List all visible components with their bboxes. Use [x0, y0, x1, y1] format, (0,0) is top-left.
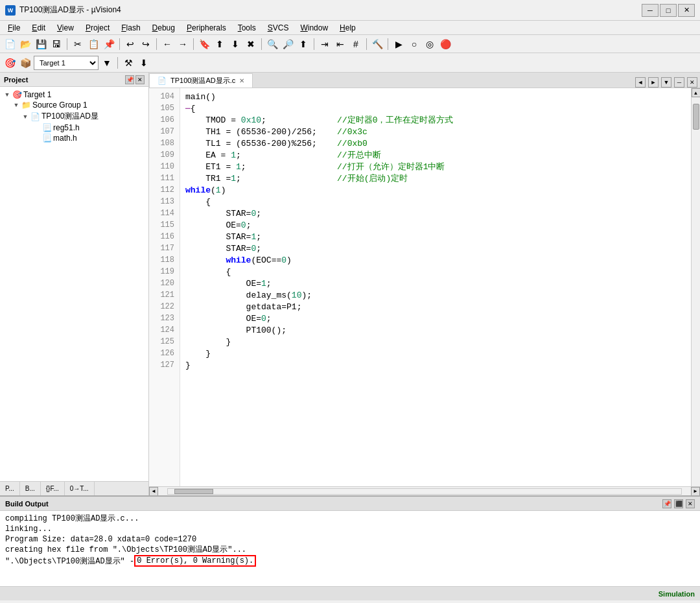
tab-icon: 📄 — [158, 77, 167, 85]
h-scrollbar-thumb[interactable] — [174, 489, 213, 494]
tab-close-btn[interactable]: ✕ — [239, 77, 244, 84]
menu-window[interactable]: Window — [295, 22, 333, 34]
h-scroll-left[interactable]: ◄ — [149, 487, 158, 496]
target-drop-btn[interactable]: ▼ — [100, 56, 114, 70]
build-pin-btn[interactable]: 📌 — [662, 499, 671, 508]
tab-close-all-btn[interactable]: ✕ — [687, 77, 697, 88]
menu-debug[interactable]: Debug — [147, 22, 180, 34]
status-bar: Simulation — [0, 586, 700, 600]
editor-tab-main[interactable]: 📄 TP100测温AD显示.c ✕ — [149, 73, 253, 88]
menu-svcs[interactable]: SVCS — [262, 22, 294, 34]
expander-target[interactable]: ▼ — [3, 90, 12, 99]
panel-close-btn[interactable]: ✕ — [135, 75, 145, 84]
expander-source[interactable]: ▼ — [12, 100, 21, 110]
tab-project[interactable]: P... — [0, 482, 20, 495]
paste-button[interactable]: 📌 — [102, 37, 116, 51]
expander-reg51 — [32, 123, 41, 132]
extra3-button[interactable]: ◎ — [423, 37, 437, 51]
expander-math — [32, 134, 41, 143]
tree-item-reg51[interactable]: 📃 reg51.h — [0, 123, 148, 133]
maximize-button[interactable]: □ — [660, 4, 677, 17]
close-button[interactable]: ✕ — [678, 4, 695, 17]
code-line-119: { — [185, 266, 686, 278]
code-line-126: } — [185, 348, 686, 359]
tree-item-math[interactable]: 📃 math.h — [0, 133, 148, 143]
save-all-button[interactable]: 🖫 — [49, 37, 64, 51]
target-icon-btn[interactable]: 🎯 — [3, 56, 17, 70]
sep7 — [366, 38, 367, 50]
redo-button[interactable]: ↪ — [139, 37, 153, 51]
editor-scrollbar[interactable]: ▲ — [691, 88, 700, 486]
new-button[interactable]: 📄 — [3, 37, 17, 51]
tab-templates[interactable]: 0→T... — [65, 482, 95, 495]
code-line-114: STAR=0; — [185, 207, 686, 219]
build-target-btn[interactable]: ⚒ — [121, 56, 135, 70]
target-label: Target 1 — [23, 90, 51, 99]
search-button[interactable]: 🔍 — [265, 37, 279, 51]
ln-116: 116 — [149, 231, 180, 242]
expander-main[interactable]: ▼ — [21, 112, 30, 121]
target-icon2-btn[interactable]: 📦 — [18, 56, 32, 70]
build-button[interactable]: 🔨 — [370, 37, 384, 51]
tab-scroll-right[interactable]: ► — [648, 77, 659, 88]
menu-peripherals[interactable]: Peripherals — [181, 22, 231, 34]
tab-books[interactable]: B... — [20, 482, 41, 495]
indent-button[interactable]: ⇥ — [318, 37, 332, 51]
h-scrollbar[interactable]: ◄ ► — [149, 486, 700, 495]
extra2-button[interactable]: ○ — [407, 37, 421, 51]
tree-item-main-file[interactable]: ▼ 📄 TP100测温AD显 — [0, 110, 148, 123]
scroll-up-arrow[interactable]: ▲ — [692, 88, 701, 97]
h-scrollbar-track[interactable] — [167, 488, 682, 495]
menu-file[interactable]: File — [3, 22, 25, 34]
outdent-button[interactable]: ⇤ — [333, 37, 347, 51]
ln-122: 122 — [149, 301, 180, 313]
build-header-controls: 📌 ⬛ ✕ — [662, 499, 695, 508]
menu-tools[interactable]: Tools — [233, 22, 261, 34]
build-output-panel: Build Output 📌 ⬛ ✕ compiling TP100测温AD显示… — [0, 495, 700, 586]
copy-button[interactable]: 📋 — [86, 37, 100, 51]
build-line-4: creating hex file from ".\Objects\TP100测… — [5, 545, 695, 555]
tab-bar-left: 📄 TP100测温AD显示.c ✕ — [149, 73, 253, 88]
menu-view[interactable]: View — [52, 22, 79, 34]
load-btn[interactable]: ⬇ — [137, 56, 151, 70]
code-line-106: TMOD = 0x10; //定时器0，工作在定时器方式 — [185, 114, 686, 126]
search-next-button[interactable]: 🔎 — [281, 37, 295, 51]
nav-back-button[interactable]: ← — [160, 37, 174, 51]
save-button[interactable]: 💾 — [34, 37, 48, 51]
menu-edit[interactable]: Edit — [27, 22, 51, 34]
search-prev-button[interactable]: ⬆ — [296, 37, 310, 51]
extra4-button[interactable]: 🔴 — [438, 37, 452, 51]
tab-funcs[interactable]: {}F... — [41, 482, 65, 495]
nav-fwd-button[interactable]: → — [176, 37, 190, 51]
tree-item-target[interactable]: ▼ 🎯 Target 1 — [0, 89, 148, 100]
menu-help[interactable]: Help — [334, 22, 361, 34]
ln-104: 104 — [149, 91, 180, 102]
target-select[interactable]: Target 1 — [34, 56, 99, 70]
tree-item-source-group[interactable]: ▼ 📁 Source Group 1 — [0, 100, 148, 110]
code-line-105: ─{ — [185, 102, 686, 114]
h-scroll-right[interactable]: ► — [691, 487, 700, 496]
cut-button[interactable]: ✂ — [71, 37, 85, 51]
tab-pin-btn[interactable]: ─ — [674, 77, 684, 88]
bookmark-button[interactable]: 🔖 — [197, 37, 211, 51]
open-button[interactable]: 📂 — [18, 37, 32, 51]
build-float-btn[interactable]: ⬛ — [674, 499, 683, 508]
toggle-button[interactable]: # — [349, 37, 363, 51]
ln-126: 126 — [149, 348, 180, 359]
build-output-title: Build Output — [5, 500, 49, 508]
tab-menu-btn[interactable]: ▼ — [661, 77, 671, 88]
minimize-button[interactable]: ─ — [642, 4, 659, 17]
menu-project[interactable]: Project — [80, 22, 115, 34]
bookmark-clear-button[interactable]: ✖ — [244, 37, 258, 51]
bookmark-next-button[interactable]: ⬇ — [228, 37, 242, 51]
bookmark-prev-button[interactable]: ⬆ — [213, 37, 227, 51]
ln-123: 123 — [149, 313, 180, 324]
scrollbar-thumb[interactable] — [693, 104, 699, 130]
build-close-btn[interactable]: ✕ — [686, 499, 695, 508]
undo-button[interactable]: ↩ — [123, 37, 137, 51]
menu-flash[interactable]: Flash — [116, 22, 145, 34]
extra1-button[interactable]: ▶ — [391, 37, 406, 51]
panel-pin-btn[interactable]: 📌 — [125, 75, 134, 84]
tab-scroll-left[interactable]: ◄ — [635, 77, 646, 88]
code-content[interactable]: main() ─{ TMOD = 0x10; //定时器0，工作在定时器方式 T… — [180, 88, 691, 486]
